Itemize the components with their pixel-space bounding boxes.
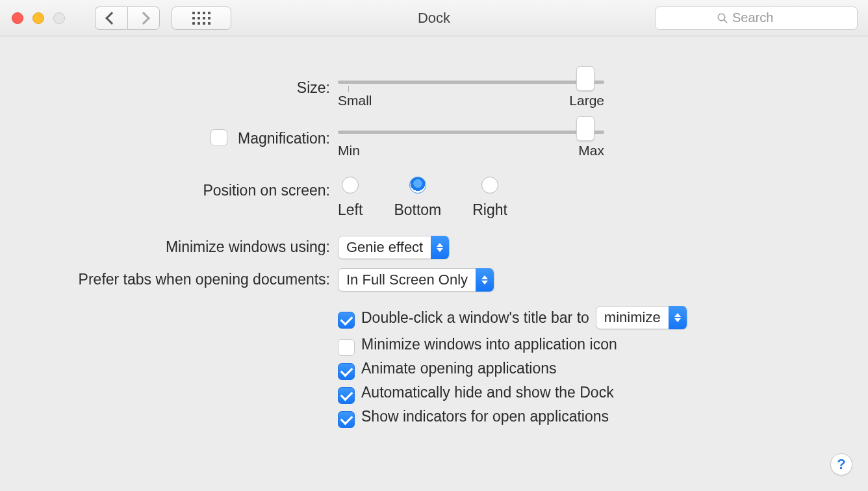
minimize-using-label: Minimize windows using:: [39, 236, 338, 258]
titlebar-action-value: minimize: [596, 309, 669, 326]
forward-button: [127, 6, 160, 30]
position-label: Position on screen:: [39, 177, 338, 201]
prefer-tabs-label: Prefer tabs when opening documents:: [39, 268, 338, 290]
position-radio-left[interactable]: [342, 177, 359, 194]
showIndicators-checkbox[interactable]: [338, 411, 355, 428]
minimizeIntoIcon-checkbox[interactable]: [338, 339, 355, 356]
autoHide-checkbox[interactable]: [338, 387, 355, 404]
zoom-window-button: [53, 12, 65, 24]
svg-line-1: [724, 19, 727, 23]
size-min-label: Small: [338, 93, 372, 108]
show-all-button[interactable]: [172, 6, 231, 30]
preferences-content: Size: Small Large Magnification: Min: [0, 36, 868, 432]
search-icon: [717, 12, 728, 24]
position-radio-group: LeftBottomRight: [338, 177, 829, 219]
minimize-effect-dropdown[interactable]: Genie effect: [338, 236, 450, 259]
search-placeholder: Search: [732, 10, 773, 25]
nav-segmented: [95, 6, 160, 30]
minimizeIntoIcon-label: Minimize windows into application icon: [361, 336, 617, 353]
doubleClickTitle-label: Double-click a window's title bar to: [361, 309, 589, 327]
size-slider[interactable]: [338, 77, 604, 84]
prefer-tabs-dropdown[interactable]: In Full Screen Only: [338, 268, 494, 292]
position-radio-right[interactable]: [481, 177, 498, 194]
position-radio-label: Bottom: [394, 201, 441, 219]
search-field[interactable]: Search: [655, 6, 858, 30]
titlebar: Dock Search: [0, 0, 868, 36]
grid-icon: [192, 12, 211, 25]
size-label: Size:: [39, 77, 338, 99]
magnification-max-label: Max: [578, 143, 604, 158]
window-controls: [12, 12, 65, 24]
magnification-label: Magnification:: [238, 130, 330, 147]
autoHide-label: Automatically hide and show the Dock: [361, 384, 614, 401]
size-max-label: Large: [569, 93, 604, 108]
minimize-window-button[interactable]: [32, 12, 44, 24]
position-radio-label: Right: [472, 201, 507, 219]
help-button[interactable]: ?: [830, 453, 852, 475]
magnification-min-label: Min: [338, 143, 360, 158]
stepper-icon: [431, 236, 449, 259]
position-radio-label: Left: [338, 201, 363, 219]
magnification-slider[interactable]: [338, 127, 604, 134]
stepper-icon: [476, 268, 494, 292]
close-window-button[interactable]: [12, 12, 23, 24]
magnification-checkbox[interactable]: [211, 129, 227, 146]
chevron-right-icon: [137, 12, 150, 25]
position-radio-bottom[interactable]: [409, 177, 426, 194]
showIndicators-label: Show indicators for open applications: [361, 408, 609, 425]
animateOpening-checkbox[interactable]: [338, 363, 355, 380]
minimize-effect-value: Genie effect: [338, 239, 431, 256]
animateOpening-label: Animate opening applications: [361, 360, 556, 377]
titlebar-action-dropdown[interactable]: minimize: [596, 306, 687, 329]
doubleClickTitle-checkbox[interactable]: [338, 312, 355, 329]
chevron-left-icon: [105, 12, 118, 25]
back-button[interactable]: [95, 6, 127, 30]
stepper-icon: [669, 306, 687, 329]
prefer-tabs-value: In Full Screen Only: [338, 271, 476, 288]
